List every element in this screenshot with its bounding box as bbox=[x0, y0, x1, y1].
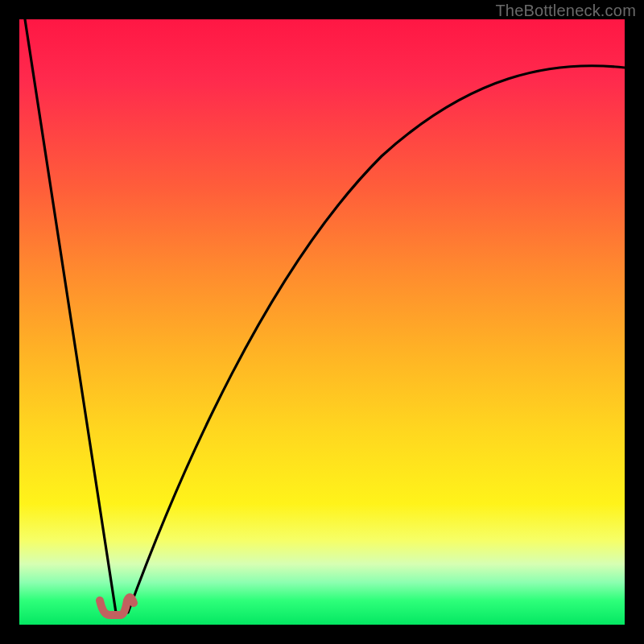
plot-area bbox=[19, 19, 625, 625]
bottleneck-curve bbox=[25, 19, 625, 613]
valley-bump bbox=[100, 597, 134, 615]
watermark-text: TheBottleneck.com bbox=[495, 2, 636, 20]
curve-layer bbox=[19, 19, 625, 625]
chart-frame: TheBottleneck.com bbox=[0, 0, 644, 644]
